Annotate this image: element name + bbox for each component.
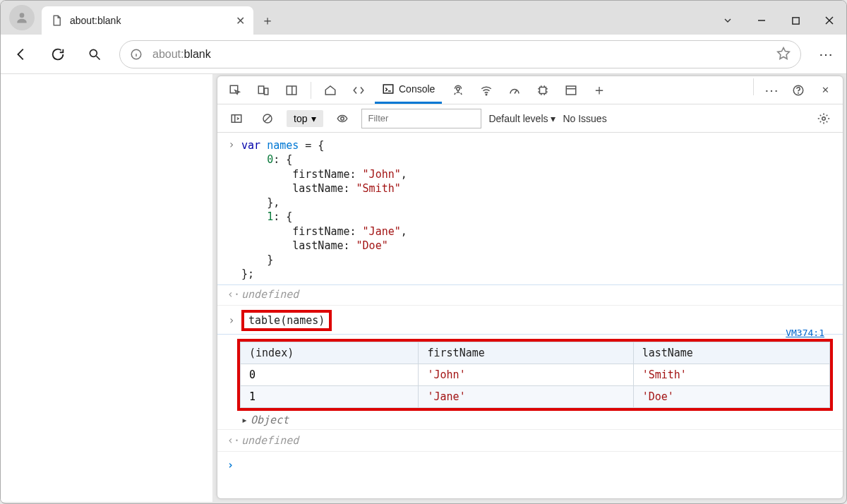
code-block: var names = { 0: { firstName: "John", la… xyxy=(241,138,407,282)
menu-button[interactable]: ⋯ xyxy=(814,42,838,66)
chevron-down-icon: ▾ xyxy=(311,113,316,124)
undefined-value: undefined xyxy=(241,434,299,447)
console-table: VM374:1 (index) firstName lastName 0 'Jo… xyxy=(237,339,833,411)
table-cell: 'Smith' xyxy=(633,364,829,385)
window-minimize[interactable] xyxy=(745,6,779,35)
console-return-row: ‹· undefined xyxy=(217,287,843,302)
devtools-help-icon[interactable] xyxy=(786,78,810,102)
device-toggle-icon[interactable] xyxy=(251,78,275,102)
svg-point-38 xyxy=(341,116,344,120)
live-expression-icon[interactable] xyxy=(330,107,354,131)
svg-point-0 xyxy=(20,13,25,18)
devtools-tabstrip: Console ＋ ⋯ ✕ xyxy=(217,76,843,104)
svg-rect-13 xyxy=(265,88,268,95)
search-button[interactable] xyxy=(83,42,107,66)
table-cell: 'John' xyxy=(419,364,633,385)
svg-rect-34 xyxy=(232,114,241,122)
new-tab-button[interactable]: ＋ xyxy=(253,6,282,35)
devtools-close-icon[interactable]: ✕ xyxy=(813,78,837,102)
sources-tab-icon[interactable] xyxy=(446,78,470,102)
browser-toolbar: about:blank ⋯ xyxy=(1,35,846,74)
table-cell: 0 xyxy=(241,364,419,385)
devtools-more-icon[interactable]: ⋯ xyxy=(759,78,783,102)
svg-point-5 xyxy=(90,49,97,56)
console-settings-icon[interactable] xyxy=(812,107,836,131)
return-icon: ‹· xyxy=(227,434,236,447)
application-tab-icon[interactable] xyxy=(559,78,583,102)
filter-input[interactable] xyxy=(361,109,481,128)
page-viewport xyxy=(1,74,212,502)
elements-tab-icon[interactable] xyxy=(347,78,371,102)
svg-point-18 xyxy=(457,87,460,90)
console-return-row: ‹· undefined xyxy=(217,433,843,448)
svg-marker-10 xyxy=(778,48,790,59)
object-expander[interactable]: ▸ Object xyxy=(217,414,843,426)
console-toolbar: top ▾ Default levels ▾ No Issues xyxy=(217,104,843,133)
console-tab-label: Console xyxy=(399,83,435,95)
context-selector[interactable]: top ▾ xyxy=(287,110,323,127)
prompt-icon: › xyxy=(227,138,236,282)
log-levels-selector[interactable]: Default levels ▾ xyxy=(488,113,555,124)
svg-line-20 xyxy=(515,90,517,94)
address-text: about:blank xyxy=(152,48,211,61)
browser-tab[interactable]: about:blank ✕ xyxy=(42,6,253,35)
svg-rect-16 xyxy=(383,85,393,93)
undefined-value: undefined xyxy=(241,288,299,301)
dock-icon[interactable] xyxy=(280,78,304,102)
table-cell: 'Doe' xyxy=(633,385,829,407)
svg-rect-30 xyxy=(567,86,577,95)
inspect-icon[interactable] xyxy=(223,78,247,102)
close-tab-icon[interactable]: ✕ xyxy=(236,14,245,28)
data-table: (index) firstName lastName 0 'John' 'Smi… xyxy=(240,342,830,408)
page-icon xyxy=(50,14,63,27)
table-cell: 'Jane' xyxy=(419,385,633,407)
svg-line-37 xyxy=(265,116,270,121)
more-tabs-icon[interactable]: ＋ xyxy=(587,78,611,102)
svg-rect-2 xyxy=(792,17,798,23)
table-header[interactable]: lastName xyxy=(633,342,829,364)
table-row: 1 'Jane' 'Doe' xyxy=(241,385,830,407)
table-header[interactable]: (index) xyxy=(241,342,419,364)
triangle-right-icon: ▸ xyxy=(241,414,248,426)
console-input-row: › table(names) xyxy=(217,308,843,332)
highlighted-call: table(names) xyxy=(241,310,332,331)
site-info-icon[interactable] xyxy=(130,48,143,61)
tab-actions-chevron[interactable] xyxy=(711,6,745,35)
return-icon: ‹· xyxy=(227,288,236,301)
svg-point-19 xyxy=(486,94,488,95)
console-input-row: › var names = { 0: { firstName: "John", … xyxy=(217,137,843,283)
svg-rect-11 xyxy=(230,85,238,93)
svg-rect-12 xyxy=(258,86,264,94)
svg-rect-21 xyxy=(540,87,546,93)
table-header-row: (index) firstName lastName xyxy=(241,342,830,364)
table-row: 0 'John' 'Smith' xyxy=(241,364,830,385)
context-label: top xyxy=(294,113,307,124)
devtools-panel: Console ＋ ⋯ ✕ top ▾ Defa xyxy=(217,76,843,499)
network-tab-icon[interactable] xyxy=(474,78,498,102)
window-titlebar: about:blank ✕ ＋ xyxy=(1,1,846,35)
profile-avatar[interactable] xyxy=(9,5,35,30)
console-prompt[interactable]: › xyxy=(217,455,843,476)
console-output[interactable]: › var names = { 0: { firstName: "John", … xyxy=(217,133,843,498)
performance-tab-icon[interactable] xyxy=(503,78,527,102)
address-bar[interactable]: about:blank xyxy=(119,40,801,68)
refresh-button[interactable] xyxy=(46,42,70,66)
prompt-icon: › xyxy=(227,314,236,327)
window-close[interactable] xyxy=(812,6,846,35)
clear-console-icon[interactable] xyxy=(256,107,280,131)
table-cell: 1 xyxy=(241,385,419,407)
svg-point-33 xyxy=(798,92,799,93)
window-maximize[interactable] xyxy=(779,6,812,35)
console-tab[interactable]: Console xyxy=(375,77,442,104)
console-sidebar-toggle-icon[interactable] xyxy=(224,107,248,131)
memory-tab-icon[interactable] xyxy=(531,78,555,102)
back-button[interactable] xyxy=(9,42,33,66)
svg-line-6 xyxy=(97,56,100,59)
welcome-tab-icon[interactable] xyxy=(318,78,342,102)
table-header[interactable]: firstName xyxy=(419,342,633,364)
svg-point-39 xyxy=(822,116,826,120)
tab-title: about:blank xyxy=(70,15,121,26)
issues-status[interactable]: No Issues xyxy=(563,113,606,124)
vm-source-link[interactable]: VM374:1 xyxy=(786,328,824,338)
favorite-icon[interactable] xyxy=(776,46,791,62)
